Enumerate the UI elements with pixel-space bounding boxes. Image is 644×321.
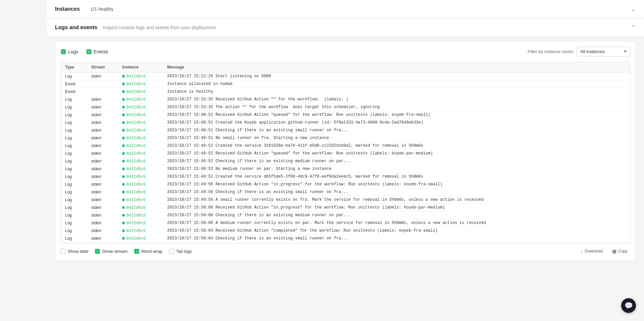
download-button[interactable]: ↓ Download <box>578 247 605 255</box>
row-instance[interactable]: 0432d9c6 <box>118 219 163 227</box>
table-row: Logstderr0432d9c62023/10/27 15:50:00 Che… <box>61 212 630 219</box>
row-instance[interactable]: 0432d9c6 <box>118 181 163 188</box>
instance-link[interactable]: 0432d9c6 <box>122 136 159 140</box>
row-instance[interactable]: 0432d9c6 <box>118 88 163 96</box>
log-table-scroll[interactable]: Type Stream Instance Message Logstderr04… <box>61 62 630 243</box>
instance-link[interactable]: 0432d9c6 <box>122 82 159 86</box>
table-row: Logstderr0432d9c62023/10/27 15:48:52 No … <box>61 165 630 173</box>
instance-link[interactable]: 0432d9c6 <box>122 213 159 218</box>
show-date-group: Show date <box>61 249 88 254</box>
row-instance[interactable]: 0432d9c6 <box>118 212 163 219</box>
row-type: Event <box>61 88 87 96</box>
table-row: Logstderr0432d9c62023/10/27 15:48:52 Cre… <box>61 142 630 150</box>
row-message: 2023/10/27 15:49:56 Checking if there is… <box>163 188 630 196</box>
row-instance[interactable]: 0432d9c6 <box>118 134 163 142</box>
tail-logs-group: Tail logs <box>169 249 192 254</box>
row-stream: stderr <box>87 181 118 188</box>
instance-link[interactable]: 0432d9c6 <box>122 228 159 233</box>
instance-link[interactable]: 0432d9c6 <box>122 197 159 202</box>
row-stream: stderr <box>87 134 118 142</box>
row-type: Log <box>61 181 87 188</box>
row-type: Log <box>61 111 87 119</box>
instances-collapse-icon[interactable]: ⌄ <box>631 5 636 13</box>
instance-link[interactable]: 0432d9c6 <box>122 205 159 210</box>
row-instance[interactable]: 0432d9c6 <box>118 196 163 204</box>
instance-link[interactable]: 0432d9c6 <box>122 97 159 102</box>
instance-link[interactable]: 0432d9c6 <box>122 105 159 109</box>
instance-dot <box>122 75 125 78</box>
table-row: Logstderr0432d9c62023/10/27 15:22:26 Sta… <box>61 73 630 80</box>
table-row: Logstderr0432d9c62023/10/27 15:49:56 Che… <box>61 188 630 196</box>
instance-link[interactable]: 0432d9c6 <box>122 236 159 241</box>
instance-link[interactable]: 0432d9c6 <box>122 167 159 171</box>
show-stream-checkbox[interactable] <box>95 249 100 254</box>
tail-logs-checkbox[interactable] <box>169 249 174 254</box>
row-message: 2023/10/27 15:50:00 Received GitHub Acti… <box>163 204 630 212</box>
row-stream <box>87 80 118 88</box>
instance-link[interactable]: 0432d9c6 <box>122 182 159 187</box>
show-date-checkbox[interactable] <box>61 249 66 254</box>
table-row: Logstderr0432d9c62023/10/27 15:33:35 The… <box>61 103 630 111</box>
instance-link[interactable]: 0432d9c6 <box>122 151 159 156</box>
row-instance[interactable]: 0432d9c6 <box>118 157 163 165</box>
logs-checkbox[interactable] <box>61 49 66 54</box>
row-message: 2023/10/27 15:48:52 Received GitHub Acti… <box>163 150 630 157</box>
row-instance[interactable]: 0432d9c6 <box>118 103 163 111</box>
events-checkbox[interactable] <box>86 49 92 54</box>
instance-link[interactable]: 0432d9c6 <box>122 159 159 164</box>
instance-link[interactable]: 0432d9c6 <box>122 89 159 94</box>
instance-link[interactable]: 0432d9c6 <box>122 143 159 148</box>
row-instance[interactable]: 0432d9c6 <box>118 235 163 242</box>
instance-link[interactable]: 0432d9c6 <box>122 174 159 179</box>
row-instance[interactable]: 0432d9c6 <box>118 188 163 196</box>
instance-link[interactable]: 0432d9c6 <box>122 221 159 225</box>
instance-dot <box>122 237 125 240</box>
instance-link[interactable]: 0432d9c6 <box>122 74 159 79</box>
bottom-left-controls: Show date Show stream Word wrap Tail log… <box>61 249 192 254</box>
instances-status: 1/1 healthy <box>91 6 114 12</box>
logs-events-collapse-icon[interactable]: ⌃ <box>631 24 636 31</box>
instance-filter-select[interactable]: All instances <box>577 47 630 56</box>
logs-label: Logs <box>68 49 78 54</box>
row-instance[interactable]: 0432d9c6 <box>118 173 163 181</box>
log-table-header: Type Stream Instance Message <box>61 62 630 73</box>
instance-link[interactable]: 0432d9c6 <box>122 120 159 125</box>
row-instance[interactable]: 0432d9c6 <box>118 96 163 103</box>
instance-link[interactable]: 0432d9c6 <box>122 128 159 133</box>
instance-dot <box>122 206 125 209</box>
table-row: Event0432d9c6Instance allocated in nomad <box>61 80 630 88</box>
row-instance[interactable]: 0432d9c6 <box>118 127 163 134</box>
row-message: 2023/10/27 15:50:04 Checking if there is… <box>163 235 630 242</box>
row-message: 2023/10/27 15:50:00 Checking if there is… <box>163 212 630 219</box>
row-message: 2023/10/27 15:49:56 A small runner curre… <box>163 196 630 204</box>
row-instance[interactable]: 0432d9c6 <box>118 73 163 80</box>
row-instance[interactable]: 0432d9c6 <box>118 111 163 119</box>
row-instance[interactable]: 0432d9c6 <box>118 119 163 127</box>
logs-checkbox-group: Logs <box>61 49 78 54</box>
row-instance[interactable]: 0432d9c6 <box>118 242 163 244</box>
word-wrap-checkbox[interactable] <box>134 249 139 254</box>
row-type: Log <box>61 242 87 244</box>
instance-dot <box>122 198 125 201</box>
instance-dot <box>122 152 125 155</box>
row-type: Log <box>61 134 87 142</box>
table-row: Logstderr0432d9c62023/10/27 15:48:51 Rec… <box>61 111 630 119</box>
download-label: Download <box>585 249 603 254</box>
row-message: 2023/10/27 15:48:52 No medium runner on … <box>163 165 630 173</box>
row-instance[interactable]: 0432d9c6 <box>118 204 163 212</box>
row-type: Log <box>61 212 87 219</box>
table-row: Logstderr0432d9c62023/10/27 15:50:00 Rec… <box>61 204 630 212</box>
row-message: 2023/10/27 15:50:00 A medium runner curr… <box>163 219 630 227</box>
row-type: Log <box>61 127 87 134</box>
bottom-controls: Show date Show stream Word wrap Tail log… <box>61 244 630 255</box>
row-instance[interactable]: 0432d9c6 <box>118 227 163 235</box>
show-stream-group: Show stream <box>95 249 127 254</box>
row-instance[interactable]: 0432d9c6 <box>118 142 163 150</box>
row-instance[interactable]: 0432d9c6 <box>118 80 163 88</box>
instance-link[interactable]: 0432d9c6 <box>122 112 159 117</box>
row-instance[interactable]: 0432d9c6 <box>118 150 163 157</box>
instance-link[interactable]: 0432d9c6 <box>122 190 159 194</box>
row-stream <box>87 88 118 96</box>
row-instance[interactable]: 0432d9c6 <box>118 165 163 173</box>
copy-button[interactable]: ▦ Copy <box>609 247 630 255</box>
